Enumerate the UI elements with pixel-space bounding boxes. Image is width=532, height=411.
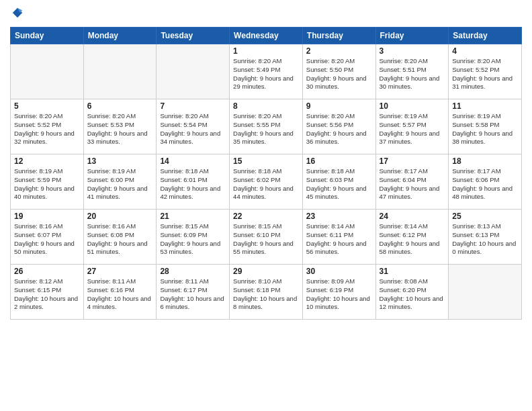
day-info: Sunrise: 8:08 AM Sunset: 6:20 PM Dayligh…: [380, 277, 445, 312]
weekday-header-saturday: Saturday: [449, 28, 522, 44]
day-info: Sunrise: 8:20 AM Sunset: 5:50 PM Dayligh…: [306, 57, 372, 91]
calendar-cell: 29Sunrise: 8:10 AM Sunset: 6:18 PM Dayli…: [230, 265, 303, 320]
day-number: 13: [87, 156, 153, 166]
day-number: 25: [452, 212, 518, 221]
calendar-cell: 11Sunrise: 8:19 AM Sunset: 5:58 PM Dayli…: [449, 99, 522, 154]
calendar-cell: 26Sunrise: 8:12 AM Sunset: 6:15 PM Dayli…: [11, 265, 84, 320]
day-number: 8: [233, 101, 299, 111]
calendar-cell: 18Sunrise: 8:17 AM Sunset: 6:06 PM Dayli…: [449, 154, 522, 210]
calendar-cell: 9Sunrise: 8:20 AM Sunset: 5:56 PM Daylig…: [302, 99, 375, 154]
calendar-cell: 14Sunrise: 8:18 AM Sunset: 6:01 PM Dayli…: [157, 154, 230, 210]
calendar-cell: 31Sunrise: 8:08 AM Sunset: 6:20 PM Dayli…: [375, 265, 449, 320]
day-info: Sunrise: 8:18 AM Sunset: 6:03 PM Dayligh…: [306, 167, 372, 201]
calendar-cell: 2Sunrise: 8:20 AM Sunset: 5:50 PM Daylig…: [302, 44, 375, 99]
calendar-cell: 10Sunrise: 8:19 AM Sunset: 5:57 PM Dayli…: [375, 99, 449, 154]
day-info: Sunrise: 8:19 AM Sunset: 6:00 PM Dayligh…: [87, 167, 153, 201]
day-info: Sunrise: 8:09 AM Sunset: 6:19 PM Dayligh…: [306, 277, 372, 312]
day-info: Sunrise: 8:15 AM Sunset: 6:10 PM Dayligh…: [233, 222, 299, 257]
day-number: 29: [233, 267, 299, 276]
logo-icon: [11, 7, 24, 19]
weekday-header-monday: Monday: [83, 28, 157, 44]
day-number: 30: [306, 267, 372, 276]
logo-text: [10, 7, 24, 21]
day-info: Sunrise: 8:13 AM Sunset: 6:13 PM Dayligh…: [452, 222, 518, 257]
day-number: 1: [233, 46, 299, 56]
day-info: Sunrise: 8:18 AM Sunset: 6:02 PM Dayligh…: [233, 167, 299, 201]
day-number: 15: [233, 156, 299, 166]
day-number: 31: [380, 267, 445, 276]
day-number: 23: [306, 212, 372, 221]
day-number: 21: [160, 212, 226, 221]
calendar-cell: 6Sunrise: 8:20 AM Sunset: 5:53 PM Daylig…: [83, 99, 157, 154]
day-number: 22: [233, 212, 299, 221]
week-row-1: 1Sunrise: 8:20 AM Sunset: 5:49 PM Daylig…: [11, 44, 522, 99]
calendar-cell: [157, 44, 230, 99]
svg-marker-0: [13, 8, 22, 17]
week-row-3: 12Sunrise: 8:19 AM Sunset: 5:59 PM Dayli…: [11, 154, 522, 210]
day-number: 16: [306, 156, 372, 166]
calendar-cell: 22Sunrise: 8:15 AM Sunset: 6:10 PM Dayli…: [230, 210, 303, 265]
day-info: Sunrise: 8:10 AM Sunset: 6:18 PM Dayligh…: [233, 277, 299, 312]
day-info: Sunrise: 8:15 AM Sunset: 6:09 PM Dayligh…: [160, 222, 226, 257]
calendar-cell: 21Sunrise: 8:15 AM Sunset: 6:09 PM Dayli…: [157, 210, 230, 265]
logo: [10, 7, 24, 21]
calendar-cell: [11, 44, 84, 99]
calendar-cell: 30Sunrise: 8:09 AM Sunset: 6:19 PM Dayli…: [302, 265, 375, 320]
calendar-cell: 5Sunrise: 8:20 AM Sunset: 5:52 PM Daylig…: [11, 99, 84, 154]
day-number: 2: [306, 46, 372, 56]
calendar-cell: 28Sunrise: 8:11 AM Sunset: 6:17 PM Dayli…: [157, 265, 230, 320]
week-row-5: 26Sunrise: 8:12 AM Sunset: 6:15 PM Dayli…: [11, 265, 522, 320]
weekday-header-friday: Friday: [375, 28, 449, 44]
day-number: 18: [452, 156, 518, 166]
day-info: Sunrise: 8:11 AM Sunset: 6:16 PM Dayligh…: [87, 277, 153, 312]
day-info: Sunrise: 8:14 AM Sunset: 6:11 PM Dayligh…: [306, 222, 372, 257]
day-info: Sunrise: 8:17 AM Sunset: 6:06 PM Dayligh…: [452, 167, 518, 201]
day-number: 6: [87, 101, 153, 111]
header: [10, 7, 522, 21]
day-info: Sunrise: 8:20 AM Sunset: 5:52 PM Dayligh…: [452, 57, 518, 91]
day-number: 12: [14, 156, 80, 166]
day-number: 14: [160, 156, 226, 166]
day-number: 9: [306, 101, 372, 111]
day-number: 5: [14, 101, 80, 111]
day-info: Sunrise: 8:20 AM Sunset: 5:52 PM Dayligh…: [14, 112, 80, 146]
day-info: Sunrise: 8:18 AM Sunset: 6:01 PM Dayligh…: [160, 167, 226, 201]
day-number: 24: [380, 212, 445, 221]
week-row-2: 5Sunrise: 8:20 AM Sunset: 5:52 PM Daylig…: [11, 99, 522, 154]
day-info: Sunrise: 8:20 AM Sunset: 5:51 PM Dayligh…: [380, 57, 445, 91]
calendar-cell: 13Sunrise: 8:19 AM Sunset: 6:00 PM Dayli…: [83, 154, 157, 210]
day-number: 28: [160, 267, 226, 276]
calendar-cell: 23Sunrise: 8:14 AM Sunset: 6:11 PM Dayli…: [302, 210, 375, 265]
calendar-cell: 8Sunrise: 8:20 AM Sunset: 5:55 PM Daylig…: [230, 99, 303, 154]
day-number: 26: [14, 267, 80, 276]
calendar-cell: 24Sunrise: 8:14 AM Sunset: 6:12 PM Dayli…: [375, 210, 449, 265]
calendar-cell: 19Sunrise: 8:16 AM Sunset: 6:07 PM Dayli…: [11, 210, 84, 265]
day-info: Sunrise: 8:17 AM Sunset: 6:04 PM Dayligh…: [380, 167, 445, 201]
day-info: Sunrise: 8:20 AM Sunset: 5:54 PM Dayligh…: [160, 112, 226, 146]
day-number: 11: [452, 101, 518, 111]
weekday-header-row: SundayMondayTuesdayWednesdayThursdayFrid…: [11, 28, 522, 44]
day-info: Sunrise: 8:19 AM Sunset: 5:59 PM Dayligh…: [14, 167, 80, 201]
day-info: Sunrise: 8:20 AM Sunset: 5:56 PM Dayligh…: [306, 112, 372, 146]
day-info: Sunrise: 8:16 AM Sunset: 6:08 PM Dayligh…: [87, 222, 153, 257]
calendar-cell: 20Sunrise: 8:16 AM Sunset: 6:08 PM Dayli…: [83, 210, 157, 265]
calendar-cell: 1Sunrise: 8:20 AM Sunset: 5:49 PM Daylig…: [230, 44, 303, 99]
day-number: 27: [87, 267, 153, 276]
day-info: Sunrise: 8:14 AM Sunset: 6:12 PM Dayligh…: [380, 222, 445, 257]
day-info: Sunrise: 8:11 AM Sunset: 6:17 PM Dayligh…: [160, 277, 226, 312]
calendar-cell: 3Sunrise: 8:20 AM Sunset: 5:51 PM Daylig…: [375, 44, 449, 99]
day-number: 10: [380, 101, 445, 111]
day-number: 17: [380, 156, 445, 166]
day-info: Sunrise: 8:20 AM Sunset: 5:49 PM Dayligh…: [233, 57, 299, 91]
calendar-cell: 25Sunrise: 8:13 AM Sunset: 6:13 PM Dayli…: [449, 210, 522, 265]
calendar-cell: 15Sunrise: 8:18 AM Sunset: 6:02 PM Dayli…: [230, 154, 303, 210]
day-info: Sunrise: 8:20 AM Sunset: 5:53 PM Dayligh…: [87, 112, 153, 146]
day-number: 7: [160, 101, 226, 111]
day-info: Sunrise: 8:19 AM Sunset: 5:57 PM Dayligh…: [380, 112, 445, 146]
day-number: 19: [14, 212, 80, 221]
weekday-header-thursday: Thursday: [302, 28, 375, 44]
week-row-4: 19Sunrise: 8:16 AM Sunset: 6:07 PM Dayli…: [11, 210, 522, 265]
weekday-header-wednesday: Wednesday: [230, 28, 303, 44]
calendar-cell: 27Sunrise: 8:11 AM Sunset: 6:16 PM Dayli…: [83, 265, 157, 320]
calendar-cell: 12Sunrise: 8:19 AM Sunset: 5:59 PM Dayli…: [11, 154, 84, 210]
